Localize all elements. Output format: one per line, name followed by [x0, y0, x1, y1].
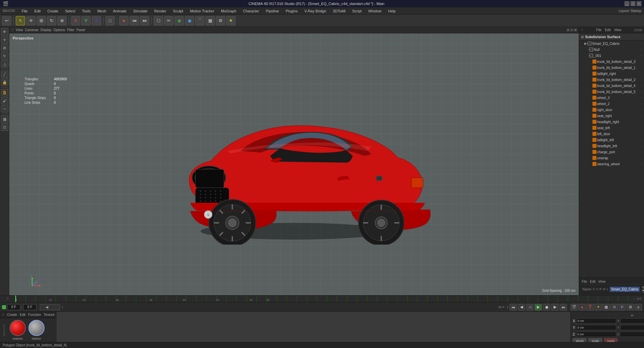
coord-y-size[interactable] — [620, 325, 644, 330]
tree-item-wheel3[interactable]: wheel_3 ·· — [579, 95, 644, 101]
menu-animate[interactable]: Animate — [112, 8, 128, 14]
object-mode-button[interactable]: □ — [105, 16, 115, 25]
left-paint-btn[interactable]: 🖌 — [1, 97, 8, 104]
obj-mgr-view[interactable]: View — [614, 28, 621, 32]
obj-mgr-file[interactable]: File — [596, 28, 601, 32]
mat-function[interactable]: Function — [28, 313, 41, 317]
frame-prev-button[interactable]: ⏮ — [130, 16, 139, 25]
rotate-button[interactable]: ↻ — [47, 16, 56, 25]
icon-render2[interactable]: ⊙ — [611, 304, 618, 311]
tree-item-trunk5[interactable]: trunk_lid_bottom_detail_5 ·· — [579, 89, 644, 95]
stop-button[interactable]: ⏹ — [543, 304, 550, 311]
vp-tab-cameras[interactable]: Cameras — [25, 28, 39, 32]
attr-edit[interactable]: Edit — [590, 280, 595, 283]
tree-item-steering-wheel[interactable]: steering_wheel ·· — [579, 161, 644, 167]
frame-next-button[interactable]: ⏭ — [140, 16, 149, 25]
tree-item-trunk1[interactable]: trunk_lid_bottom_detail_1 ·· — [579, 65, 644, 71]
tree-item-seat-left[interactable]: seat_left ·· — [579, 125, 644, 131]
menu-tools[interactable]: Tools — [81, 8, 92, 14]
mode-select-button[interactable]: ↖ — [16, 16, 25, 25]
cube-view-button[interactable]: ⬡ — [154, 16, 163, 25]
tree-item-taillight-left[interactable]: taillight_left ·· — [579, 137, 644, 143]
tree-item-headlight-left[interactable]: headlight_left ·· — [579, 143, 644, 149]
transform-button[interactable]: ⊕ — [57, 16, 67, 25]
tree-item-trunk2[interactable]: trunk_lid_bottom_detail_2 ·· — [579, 77, 644, 83]
tree-item-right-door[interactable]: right_door ·· — [579, 107, 644, 113]
scale-button[interactable]: ⊞ — [36, 16, 46, 25]
menu-help[interactable]: Help — [387, 8, 397, 14]
vp-tab-options[interactable]: Options — [54, 28, 65, 32]
render-settings-button[interactable]: ⚙ — [216, 16, 225, 25]
mat-create[interactable]: Create — [7, 313, 17, 317]
render-queue-button[interactable]: ❓ — [586, 304, 594, 311]
close-button[interactable]: × — [637, 1, 641, 6]
undo-button[interactable]: ↩ — [2, 16, 11, 25]
timeline[interactable]: ⠿ 0 12 24 36 48 60 72 84 90 0 F — [0, 295, 644, 302]
left-s-btn[interactable]: S — [1, 89, 8, 96]
menu-simulate[interactable]: Simulate — [132, 8, 149, 14]
next-frame-button[interactable]: ▶ — [551, 304, 559, 311]
vp-tab-display[interactable]: Display — [41, 28, 52, 32]
maximize-button[interactable]: □ — [631, 1, 635, 6]
pencil-button[interactable]: ✏ — [164, 16, 173, 25]
tree-item-unwrap[interactable]: unwrap ·· — [579, 155, 644, 161]
material-exterior[interactable]: exterior — [10, 320, 26, 340]
minimize-button[interactable]: _ — [625, 1, 629, 6]
prev-play-button[interactable]: ◁ — [526, 304, 534, 311]
menu-select[interactable]: Select — [64, 8, 77, 14]
play-button[interactable]: ▶ — [535, 304, 542, 311]
move-button[interactable]: ✛ — [26, 16, 35, 25]
menu-render[interactable]: Render — [153, 8, 168, 14]
coord-z-size[interactable] — [620, 332, 644, 337]
tree-item-smart-eq[interactable]: ▶ L◯ Smart_EQ_Cabrio ··· — [579, 40, 644, 47]
left-view-btn[interactable]: 👁 — [1, 28, 8, 35]
coord-x-pos[interactable] — [576, 318, 616, 324]
vp-tab-filter[interactable]: Filter — [67, 28, 74, 32]
menu-vray[interactable]: V-Ray Bridge — [303, 8, 328, 14]
record-button[interactable]: ● — [119, 16, 129, 25]
tree-item-seat-right[interactable]: seat_right ·· — [579, 113, 644, 119]
menu-file[interactable]: File — [20, 8, 29, 14]
icon-grid[interactable]: ⊞ — [627, 304, 634, 311]
frame-input-2[interactable] — [23, 304, 36, 310]
tree-item-headlight-right[interactable]: headlight_right ·· — [579, 119, 644, 125]
render-view-button[interactable]: 🎬 — [570, 304, 578, 311]
mat-edit[interactable]: Edit — [20, 313, 25, 317]
lasso-button[interactable]: ⌒ — [195, 16, 205, 25]
viewport-3d[interactable]: Perspective Triangles 4683900 Quads 0 Li… — [9, 33, 579, 295]
timeline-ruler[interactable]: 0 12 24 36 48 60 72 84 90 — [15, 295, 634, 302]
vp-tab-panel[interactable]: Panel — [77, 28, 85, 32]
left-rotate-btn[interactable]: ↻ — [1, 52, 8, 60]
viewport-button[interactable]: ▦ — [206, 16, 215, 25]
coord-y-pos[interactable] — [576, 325, 616, 330]
menu-pipeline[interactable]: Pipeline — [264, 8, 280, 14]
prev-frame-button[interactable]: ◀ — [518, 304, 525, 311]
coord-x-size[interactable] — [620, 318, 644, 324]
frame-range-input[interactable] — [40, 304, 60, 310]
menu-3dtoall[interactable]: 3DToAll — [331, 8, 347, 14]
icon-render3[interactable]: P — [619, 304, 626, 311]
left-scale-btn[interactable]: ⊞ — [1, 44, 8, 52]
tree-item-charge-port[interactable]: charge_port ·· — [579, 149, 644, 155]
left-snap-btn[interactable]: 🔒 — [1, 79, 8, 86]
menu-edit[interactable]: Edit — [33, 8, 42, 14]
tree-item-trunk4[interactable]: trunk_lid_bottom_detail_4 ·· — [579, 83, 644, 89]
mat-texture[interactable]: Texture — [44, 313, 55, 317]
left-move-btn[interactable]: ✛ — [1, 36, 8, 44]
icon-star[interactable]: ✦ — [594, 304, 602, 311]
go-start-button[interactable]: ⏮ — [509, 304, 517, 311]
axis-z-button[interactable]: Z — [92, 16, 101, 25]
light-button[interactable]: ☀ — [226, 16, 236, 25]
object-tree[interactable]: ▶ L◯ Smart_EQ_Cabrio ··· L◯ Null ··· L◯ … — [579, 40, 644, 277]
tree-item-trunk3[interactable]: trunk_lid_bottom_detail_3 ·· — [579, 59, 644, 65]
left-wire-btn[interactable]: ⊡ — [1, 123, 8, 131]
go-end-button[interactable]: ⏭ — [560, 304, 567, 311]
menu-mograph[interactable]: MoGraph — [220, 8, 238, 14]
left-line-btn[interactable]: ╱ — [1, 71, 8, 78]
tree-item-taillight-right[interactable]: taillight_right ·· — [579, 71, 644, 77]
axis-y-button[interactable]: Y — [81, 16, 91, 25]
menu-character[interactable]: Character — [242, 8, 260, 14]
attr-view[interactable]: View — [598, 280, 606, 283]
tree-item-left-door[interactable]: left_door ·· — [579, 131, 644, 137]
menu-plugins[interactable]: Plugins — [284, 8, 299, 14]
